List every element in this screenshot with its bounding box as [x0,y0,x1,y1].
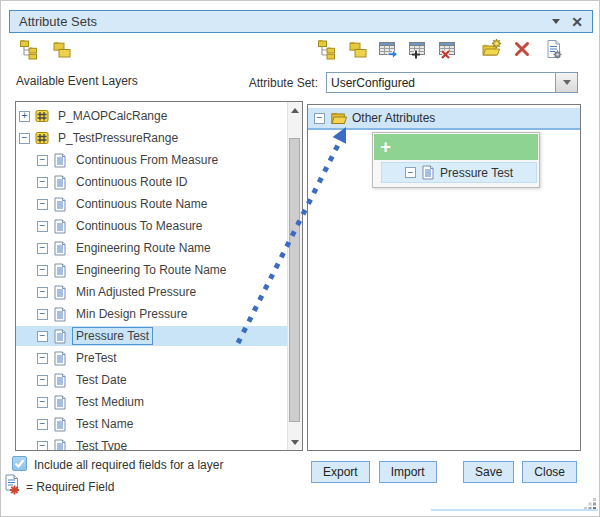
dragged-item-label: Pressure Test [440,166,513,180]
tree-item-label: Pressure Test [72,327,153,345]
save-button[interactable]: Save [463,461,514,483]
other-attributes-label: Other Attributes [352,111,435,125]
tree-item[interactable]: −Test Name [16,414,287,434]
field-icon [53,439,67,452]
window-edge-line [431,509,598,511]
include-required-checkbox[interactable] [12,456,27,471]
collapse-icon[interactable]: − [37,441,48,452]
import-button[interactable]: Import [379,461,437,483]
field-icon [53,263,67,278]
include-required-label: Include all required fields for a layer [34,458,223,472]
new-attribute-set-icon[interactable] [481,37,503,61]
scrollbar-up-button[interactable] [288,102,302,118]
available-event-layers-label: Available Event Layers [16,74,138,88]
field-icon [53,373,67,388]
collapse-icon[interactable]: − [37,375,48,386]
tree-item[interactable]: −Test Type [16,436,287,451]
tree-item-label: Continuous To Measure [72,217,207,235]
expand-event-layers-icon[interactable] [19,37,41,61]
collapse-icon[interactable]: − [37,397,48,408]
tree-item[interactable]: −Test Date [16,370,287,390]
collapse-icon[interactable]: − [37,265,48,276]
field-icon [53,219,67,234]
export-button[interactable]: Export [311,461,370,483]
collapse-icon[interactable]: − [37,331,48,342]
collapse-icon[interactable]: − [37,287,48,298]
tree-scrollbar[interactable] [287,102,302,450]
collapse-icon[interactable]: − [19,133,30,144]
toolbar-left [19,37,73,61]
scrollbar-thumb[interactable] [289,138,300,422]
open-attribute-folders-icon[interactable] [347,37,369,61]
tree-item-label: Test Date [72,371,131,389]
open-event-layers-icon[interactable] [51,37,73,61]
tree-item[interactable]: −Continuous To Measure [16,216,287,236]
collapse-icon[interactable]: − [37,155,48,166]
collapse-icon[interactable]: − [37,243,48,254]
tree-item[interactable]: −PreTest [16,348,287,368]
drop-indicator: + [374,134,538,160]
tree-item[interactable]: −Continuous Route Name [16,194,287,214]
tree-item-label: Min Adjusted Pressure [72,283,200,301]
expand-attribute-set-icon[interactable] [317,37,339,61]
tree-item-label: Engineering Route Name [72,239,215,257]
close-button[interactable]: Close [522,461,577,483]
field-icon [53,153,67,168]
collapse-icon[interactable]: − [37,353,48,364]
export-attribute-table-icon[interactable] [377,37,399,61]
field-icon [53,329,67,344]
other-attributes-row[interactable]: − Other Attributes [308,108,580,130]
collapse-icon[interactable]: − [37,419,48,430]
attribute-set-dropdown-button[interactable] [555,73,577,92]
tree-item[interactable]: −Continuous Route ID [16,172,287,192]
event-layers-tree: +P_MAOPCalcRange−P_TestPressureRange−Con… [16,102,287,450]
tree-item-label: Continuous Route ID [72,173,191,191]
scrollbar-down-button[interactable] [288,434,302,450]
tree-item[interactable]: −Min Adjusted Pressure [16,282,287,302]
drag-preview: + − Pressure Test [372,132,540,188]
tree-item-label: PreTest [72,349,121,367]
attribute-set-label: Attribute Set: [249,76,318,90]
tree-item[interactable]: −Continuous From Measure [16,150,287,170]
expand-icon[interactable]: + [19,111,30,122]
event-layer-icon [35,131,49,146]
field-icon [53,417,67,432]
tree-item[interactable]: +P_MAOPCalcRange [16,106,287,126]
required-field-icon [5,474,22,496]
field-icon [421,165,435,180]
field-icon [53,307,67,322]
dialog-collapse-caret-icon[interactable] [552,19,560,24]
dialog-titlebar[interactable]: Attribute Sets ✕ [9,10,593,33]
attribute-set-dropdown[interactable]: UserConfigured [326,72,578,93]
event-layer-icon [35,109,49,124]
checkmark-icon [13,457,26,470]
tree-item[interactable]: −Test Medium [16,392,287,412]
tree-item[interactable]: −P_TestPressureRange [16,128,287,148]
collapse-icon[interactable]: − [314,113,325,124]
tree-item-label: P_MAOPCalcRange [54,107,171,125]
field-icon [53,351,67,366]
tree-item-label: Test Type [72,437,131,451]
tree-item[interactable]: −Pressure Test [16,326,287,346]
plus-icon: + [380,136,391,157]
field-icon [53,175,67,190]
field-icon [53,395,67,410]
delete-attribute-set-icon[interactable] [511,37,533,61]
dialog-close-icon[interactable]: ✕ [571,15,583,29]
available-event-layers-panel: +P_MAOPCalcRange−P_TestPressureRange−Con… [15,101,303,451]
remove-attribute-table-icon[interactable] [437,37,459,61]
field-icon [53,241,67,256]
open-folder-icon [330,111,347,126]
collapse-icon[interactable]: − [37,221,48,232]
tree-item[interactable]: −Min Design Pressure [16,304,287,324]
tree-item-label: Min Design Pressure [72,305,191,323]
collapse-icon[interactable]: − [37,309,48,320]
tree-item[interactable]: −Engineering To Route Name [16,260,287,280]
attribute-set-properties-icon[interactable] [543,37,565,61]
collapse-icon[interactable]: − [37,177,48,188]
field-icon [53,197,67,212]
add-attribute-table-icon[interactable] [407,37,429,61]
collapse-icon[interactable]: − [37,199,48,210]
field-icon [53,285,67,300]
tree-item[interactable]: −Engineering Route Name [16,238,287,258]
